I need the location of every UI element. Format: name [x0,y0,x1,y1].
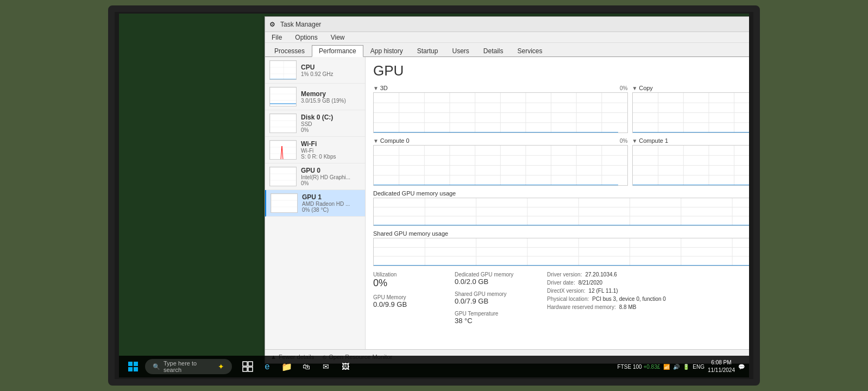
cpu-thumbnail [269,60,297,80]
compute1-label: ▼ Compute 1 [632,137,669,144]
app-icon: ⚙ [269,21,277,28]
svg-rect-97 [128,367,133,371]
gpu-memory-value: 0.0/9.9 GB [373,300,438,308]
tab-services[interactable]: Services [511,45,550,56]
gpu0-subtitle2: 0% [301,180,361,186]
directx-row: DirectX version: 12 (FL 11.1) [547,288,666,294]
hw-reserved-value: 8.8 MB [619,304,637,310]
wifi-subtitle: Wi-Fi [301,148,361,154]
clock-time: 6:08 PM [708,359,735,367]
task-view-icon [242,361,253,372]
memory-graph-thumb [270,87,297,106]
svg-rect-0 [270,61,297,80]
svg-rect-96 [134,362,138,366]
menu-view[interactable]: View [329,33,347,42]
task-manager-window: ⚙ Task Manager — □ ✕ File Options View P… [265,16,749,364]
mail-icon: ✉ [323,362,329,371]
tab-startup[interactable]: Startup [410,45,445,56]
compute1-label-row: ▼ Compute 1 0% [632,137,750,144]
svg-rect-21 [271,194,298,213]
sidebar-item-disk[interactable]: Disk 0 (C:) SSD 0% [265,110,365,137]
utilization-value: 0% [373,278,438,289]
taskbar-icon-explorer[interactable]: 📁 [278,357,296,376]
main-panel: GPU AMD Radeon HD 8500M ▼ 3D 0% [366,57,749,349]
graph-3d: ▼ 3D 0% [373,85,628,133]
gpu0-title: GPU 0 [301,167,361,174]
utilization-label: Utilization [373,272,438,278]
copy-graph-canvas [632,92,750,133]
driver-date-label: Driver date: [547,280,575,286]
left-stats: Utilization 0% GPU Memory 0.0/9.9 GB [373,272,438,325]
notification-icon[interactable]: 💬 [738,364,745,370]
menu-options[interactable]: Options [293,33,319,42]
tab-app-history[interactable]: App history [363,45,410,56]
dedicated-gpu-mem-value: 0.0/2.0 GB [455,278,531,286]
dedicated-gpu-mem-stat: Dedicated GPU memory 0.0/2.0 GB [455,272,531,286]
windows-icon [128,362,138,371]
driver-version-value: 27.20.1034.6 [585,272,617,278]
network-icon: 📶 [663,364,670,370]
taskbar-icon-photo[interactable]: 🖼 [336,357,355,376]
sidebar-item-cpu[interactable]: CPU 1% 0.92 GHz [265,57,365,84]
wifi-thumbnail [269,140,297,160]
monitor-frame: ⚙ Task Manager — □ ✕ File Options View P… [108,5,760,386]
taskbar-icon-1[interactable] [238,357,257,376]
wifi-graph-thumb [270,141,297,160]
taskbar-app-icons: e 📁 🛍 ✉ 🖼 [238,357,355,376]
dedicated-memory-svg [374,198,749,225]
title-bar: ⚙ Task Manager — □ ✕ [265,17,749,32]
volume-icon: 🔊 [673,364,680,370]
graph-row-compute: ▼ Compute 0 0% [373,137,749,186]
gpu-temp-label: GPU Temperature [455,311,531,317]
taskbar-search[interactable]: 🔍 Type here to search ✦ [145,359,232,374]
gpu-memory-label: GPU Memory [373,294,438,300]
sidebar-item-gpu1[interactable]: GPU 1 AMD Radeon HD ... 0% (38 °C) [265,190,365,217]
memory-subtitle: 3.0/15.9 GB (19%) [301,98,361,104]
sidebar-item-memory[interactable]: Memory 3.0/15.9 GB (19%) [265,84,365,110]
taskbar-clock: 6:08 PM 11/11/2024 [708,359,735,374]
svg-rect-102 [248,367,253,371]
svg-rect-100 [248,362,253,366]
dedicated-gpu-mem-label: Dedicated GPU memory [455,272,531,278]
compute1-graph-svg [633,146,750,185]
taskbar-icon-mail[interactable]: ✉ [317,357,335,376]
tab-processes[interactable]: Processes [267,45,312,56]
wifi-info: Wi-Fi Wi-Fi S: 0 R: 0 Kbps [301,140,361,160]
dedicated-memory-graph [373,198,749,226]
taskbar-icon-edge[interactable]: e [258,357,276,376]
physical-location-row: Physical location: PCI bus 3, device 0, … [547,296,666,302]
gpu1-info: GPU 1 AMD Radeon HD ... 0% (38 °C) [302,193,361,213]
tab-performance[interactable]: Performance [312,45,363,57]
gpu1-subtitle: AMD Radeon HD ... [302,201,361,207]
cortana-icon: ✦ [218,362,224,371]
driver-version-label: Driver version: [547,272,582,278]
taskbar-icon-store[interactable]: 🛍 [297,357,316,376]
3d-label: ▼ 3D [373,85,388,91]
menu-file[interactable]: File [269,33,284,42]
disk-thumbnail [269,113,297,133]
3d-graph-canvas [373,92,628,133]
directx-value: 12 (FL 11.1) [589,288,618,294]
compute1-graph-canvas [632,145,750,186]
tab-details[interactable]: Details [476,45,511,56]
svg-rect-101 [243,367,247,371]
gpu-header: GPU AMD Radeon HD 8500M [373,62,749,79]
gpu1-title: GPU 1 [302,193,361,201]
directx-label: DirectX version: [547,288,586,294]
cpu-title: CPU [301,64,361,71]
tab-users[interactable]: Users [445,45,476,56]
copy-graph-svg [633,93,750,133]
gpu1-subtitle2: 0% (38 °C) [302,207,361,213]
shared-memory-graph [373,238,749,266]
start-button[interactable] [123,357,143,376]
stats-area: Utilization 0% GPU Memory 0.0/9.9 GB [373,272,749,325]
driver-date-value: 8/21/2020 [578,280,603,286]
sidebar-item-gpu0[interactable]: GPU 0 Intel(R) HD Graphi... 0% [265,163,365,190]
svg-rect-13 [270,141,297,160]
copy-label: ▼ Copy [632,85,653,91]
sidebar-item-wifi[interactable]: Wi-Fi Wi-Fi S: 0 R: 0 Kbps [265,137,365,163]
language-indicator: ENG [693,364,705,370]
gpu-temp-stat: GPU Temperature 38 °C [455,311,531,325]
gpu-title: GPU [373,62,404,79]
shared-gpu-mem-value: 0.0/7.9 GB [455,297,531,305]
